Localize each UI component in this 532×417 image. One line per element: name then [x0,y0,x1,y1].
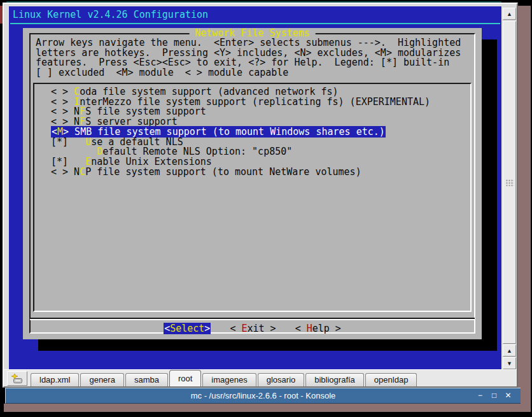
terminal-screen: Linux Kernel v2.4.26 Configuration Netwo… [9,6,501,369]
new-session-icon [11,374,24,384]
title-underline [10,23,500,24]
scroll-up-button[interactable]: ▲ [503,8,516,20]
dialog-instructions: Arrow keys navigate the menu. <Enter> se… [36,38,461,78]
instruction-line: [ ] excluded <M> module < > module capab… [36,68,461,78]
desktop: { "menuconfig": { "app_title": "Linux Ke… [0,0,532,417]
tab-ldap.xml[interactable]: ldap.xml [31,373,79,386]
kernel-config-title: Linux Kernel v2.4.26 Configuration [13,9,208,20]
scrollbar[interactable]: ▲ ▲ ▼ [501,6,517,369]
arrow-up-icon: ▲ [507,11,512,17]
minimize-button[interactable]: − [475,391,485,400]
tab-genera[interactable]: genera [80,373,123,386]
thumb-grip-icon [505,179,514,186]
session-tabbar: ldap.xmlgenerasambarootimagenesglosariob… [4,369,517,386]
window-controls: −□✕ [475,388,513,403]
help-button[interactable]: < Help > [295,323,341,334]
tab-root[interactable]: root [169,370,201,386]
dialog-buttons: <Select>< Exit >< Help > [23,323,482,334]
scroll-down-button[interactable]: ▼ [503,357,516,369]
tab-openldap[interactable]: openldap [365,373,417,386]
tab-bibliografía[interactable]: bibliografía [305,373,364,386]
scroll-up-button-bottom[interactable]: ▲ [503,344,516,357]
window-title: mc - /usr/src/linux-2.6.6 - root - Konso… [191,391,336,400]
close-button[interactable]: ✕ [503,391,513,400]
menu-items: < > Coda file system support (advanced n… [51,87,430,177]
exit-button[interactable]: < Exit > [230,323,276,334]
menu-list: < > Coda file system support (advanced n… [33,83,472,312]
button-separator [30,318,475,320]
menu-item[interactable]: < > NCP file system support (to mount Ne… [51,167,430,178]
new-session-button[interactable] [7,371,27,386]
session-tabs: ldap.xmlgenerasambarootimagenesglosariob… [31,370,417,386]
tab-glosario[interactable]: glosario [258,373,305,386]
konsole-window: Linux Kernel v2.4.26 Configuration Netwo… [3,3,518,388]
select-button[interactable]: <Select> [164,323,211,334]
background-window-frame-right [517,6,531,411]
tab-imagenes[interactable]: imagenes [202,373,256,386]
menuconfig-dialog: Network File Systems Arrow keys navigate… [23,28,482,339]
scrollbar-thumb[interactable] [503,21,516,344]
tab-samba[interactable]: samba [125,373,168,386]
background-window-frame-bottom [4,404,531,412]
window-titlebar[interactable]: mc - /usr/src/linux-2.6.6 - root - Konso… [5,388,521,404]
maximize-button[interactable]: □ [489,391,499,400]
arrow-down-icon: ▼ [507,360,512,367]
arrow-up-icon: ▲ [507,348,512,354]
